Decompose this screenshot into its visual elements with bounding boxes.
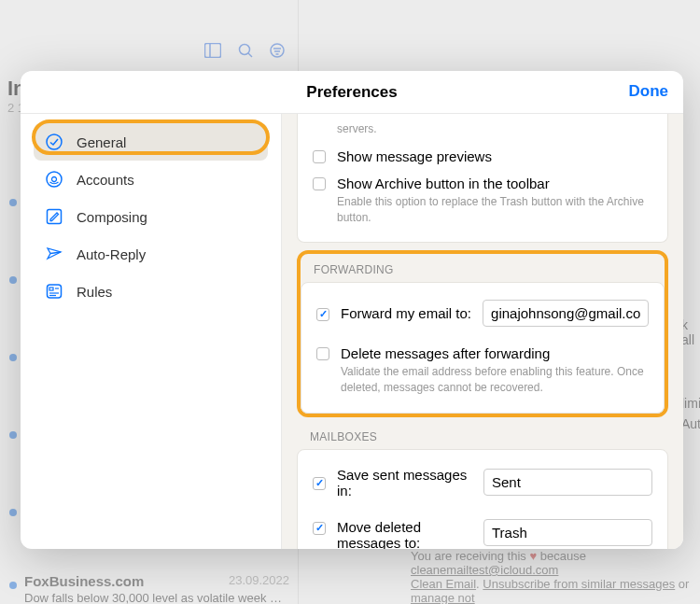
checkbox-move-deleted[interactable] (313, 522, 326, 535)
accounts-icon (45, 170, 63, 189)
sidebar-item-label: Composing (77, 209, 147, 225)
modal-title: Preferences (306, 83, 397, 102)
forward-label: Forward my email to: (341, 305, 471, 321)
sidebar-item-label: Accounts (77, 172, 134, 188)
svg-rect-10 (48, 210, 62, 224)
rules-icon (45, 282, 63, 301)
archive-sub: Enable this option to replace the Trash … (337, 194, 652, 226)
delete-after-sub: Validate the email address before enabli… (341, 364, 649, 396)
preferences-sidebar: General Accounts Composing Auto-Reply (21, 114, 282, 549)
svg-point-8 (47, 134, 62, 149)
general-icon (45, 133, 63, 151)
mailboxes-section-label: MAILBOXES (310, 430, 668, 443)
forwarding-highlight: FORWARDING Forward my email to: ginajohn… (297, 250, 668, 417)
autoreply-icon (45, 245, 63, 263)
move-deleted-label: Move deleted messages to: (337, 519, 472, 549)
save-sent-select[interactable]: Sent (483, 469, 652, 496)
previews-label: Show message previews (337, 148, 652, 164)
svg-point-9 (47, 172, 62, 187)
sidebar-item-autoreply[interactable]: Auto-Reply (34, 235, 268, 273)
modal-header: Preferences Done (21, 71, 683, 114)
done-button[interactable]: Done (629, 82, 669, 101)
delete-after-label: Delete messages after forwarding (341, 345, 649, 361)
save-sent-label: Save sent messages in: (337, 467, 472, 499)
sidebar-item-accounts[interactable]: Accounts (34, 161, 268, 198)
forward-email-input[interactable]: ginajohnsong@gmail.co (483, 300, 649, 327)
preferences-content: servers. Show message previews Show Arch… (282, 114, 683, 549)
checkbox-delete-after-forward[interactable] (316, 347, 329, 360)
top-card: servers. Show message previews Show Arch… (297, 114, 668, 243)
mailboxes-card: Save sent messages in: Sent Move deleted… (297, 449, 668, 549)
sidebar-item-composing[interactable]: Composing (34, 198, 268, 235)
svg-rect-12 (49, 288, 53, 290)
preferences-modal: Preferences Done General Accounts Compo (21, 71, 683, 549)
sidebar-item-rules[interactable]: Rules (34, 273, 268, 310)
checkbox-save-sent[interactable] (313, 477, 326, 490)
composing-icon (45, 207, 63, 226)
checkbox-message-previews[interactable] (313, 150, 326, 163)
checkbox-forward-email[interactable] (316, 308, 329, 321)
move-deleted-select[interactable]: Trash (483, 519, 652, 546)
sidebar-item-general[interactable]: General (34, 123, 268, 161)
sidebar-item-label: Auto-Reply (77, 246, 146, 262)
archive-label: Show Archive button in the toolbar (337, 176, 652, 191)
forwarding-card: Forward my email to: ginajohnsong@gmail.… (301, 282, 665, 414)
sidebar-item-label: Rules (77, 284, 112, 300)
servers-tail: servers. (337, 121, 652, 137)
sidebar-item-label: General (77, 134, 126, 150)
checkbox-archive-button[interactable] (313, 177, 326, 190)
forwarding-section-label: FORWARDING (314, 263, 665, 276)
